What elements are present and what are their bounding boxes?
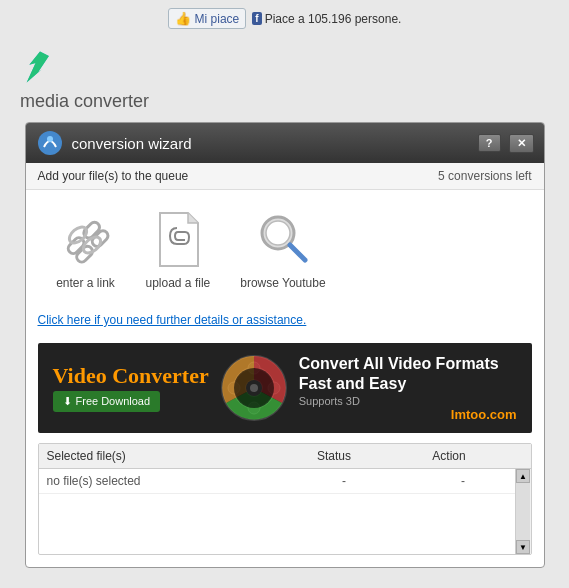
col-status-header: Status [277,449,392,463]
file-table: Selected file(s) Status Action no file(s… [38,443,532,555]
ad-sub: Supports 3D [299,395,517,407]
scroll-thumb[interactable] [516,483,530,540]
panel-header: conversion wizard ? ✕ [26,123,544,163]
action-cell: - [404,474,523,488]
search-icon [253,210,313,270]
logo-area: media converter [0,37,569,122]
col-action-header: Action [392,449,507,463]
queue-label: Add your file(s) to the queue [38,169,189,183]
link-icon [56,210,116,270]
action-area: enter a link upload a file [26,190,544,305]
table-body: no file(s) selected - - ▲ ▼ [39,469,531,554]
svg-point-11 [266,221,290,245]
help-button[interactable]: ? [478,134,501,152]
film-reel-icon [219,353,289,423]
svg-point-2 [38,131,62,155]
svg-marker-1 [27,51,49,82]
close-button[interactable]: ✕ [509,134,534,153]
ad-banner[interactable]: Video Converter ⬇ Free Download [38,343,532,433]
ad-download-button[interactable]: ⬇ Free Download [53,391,161,412]
help-link[interactable]: Click here if you need further details o… [38,313,307,327]
panel-title: conversion wizard [72,135,470,152]
upload-icon [148,210,208,270]
thumbs-up-icon: 👍 [175,11,191,26]
col-file-header: Selected file(s) [47,449,277,463]
scroll-up-button[interactable]: ▲ [516,469,530,483]
app-title: media converter [20,91,549,112]
svg-point-3 [47,136,53,142]
ad-tagline: Convert All Video Formats Fast and Easy [299,354,517,392]
browse-youtube-label: browse Youtube [240,276,325,290]
table-row: no file(s) selected - - [39,469,531,494]
col-scroll-spacer [507,449,523,463]
scroll-down-button[interactable]: ▼ [516,540,530,554]
social-count-text: Piace a 105.196 persone. [265,12,402,26]
conversions-left: 5 conversions left [438,169,531,183]
upload-file-label: upload a file [146,276,211,290]
help-link-area: Click here if you need further details o… [26,305,544,343]
status-cell: - [285,474,404,488]
queue-bar: Add your file(s) to the queue 5 conversi… [26,163,544,190]
browse-youtube-action[interactable]: browse Youtube [240,210,325,290]
enter-link-action[interactable]: enter a link [56,210,116,290]
upload-file-action[interactable]: upload a file [146,210,211,290]
download-arrow-icon: ⬇ [63,395,72,408]
file-cell: no file(s) selected [47,474,285,488]
social-text: f Piace a 105.196 persone. [252,12,401,26]
ad-brand: Imtoo.com [299,407,517,422]
like-label: Mi piace [195,12,240,26]
scrollbar[interactable]: ▲ ▼ [515,469,531,554]
ad-left: Video Converter ⬇ Free Download [53,365,209,412]
svg-point-22 [250,384,258,392]
main-panel: conversion wizard ? ✕ Add your file(s) t… [25,122,545,568]
social-bar: 👍 Mi piace f Piace a 105.196 persone. [0,0,569,37]
like-button[interactable]: 👍 Mi piace [168,8,247,29]
wizard-icon [36,129,64,157]
ad-right: Convert All Video Formats Fast and Easy … [299,354,517,421]
ad-title: Video Converter [53,365,209,387]
enter-link-label: enter a link [56,276,115,290]
facebook-icon: f [252,12,261,25]
ad-center [219,353,289,423]
svg-line-12 [290,245,305,260]
table-header: Selected file(s) Status Action [39,444,531,469]
logo-bird-icon [20,47,60,87]
